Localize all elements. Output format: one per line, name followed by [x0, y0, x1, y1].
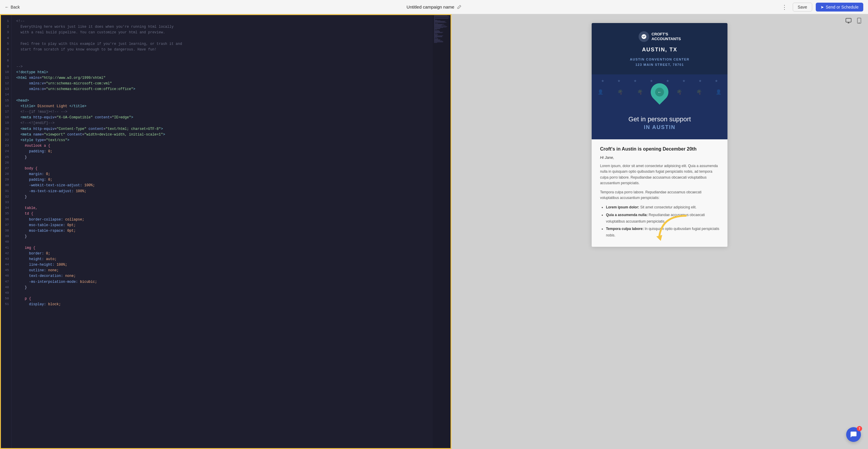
main-layout: 12345 678910 1112131415 1617181920 21222…: [0, 14, 868, 449]
email-city: AUSTIN, TX: [597, 46, 721, 53]
email-header-section: CROFT'SACCOUNTANTS AUSTIN, TX AUSTIN CON…: [592, 23, 727, 74]
chat-badge: 7: [857, 426, 862, 431]
preview-panel: CROFT'SACCOUNTANTS AUSTIN, TX AUSTIN CON…: [452, 14, 868, 449]
code-lines: <!-- Everything here works just like it …: [11, 15, 433, 448]
list-item: Tempora culpa labore: In quisquam optio …: [606, 226, 719, 238]
email-venue-name: AUSTIN CONVENTION CENTER: [597, 57, 721, 62]
opening-headline: Croft's in Austin is opening December 20…: [600, 147, 719, 152]
email-venue-address: 123 MAIN STREET, 78701: [597, 62, 721, 68]
line-numbers: 12345 678910 1112131415 1617181920 21222…: [1, 15, 11, 448]
email-greeting: Hi Jane,: [600, 155, 719, 160]
back-button[interactable]: ← Back: [5, 5, 20, 9]
map-headline-1: Get in person support: [628, 116, 691, 123]
logo-circle-icon: [639, 31, 649, 42]
email-logo: CROFT'SACCOUNTANTS: [597, 31, 721, 42]
logo-text: CROFT'SACCOUNTANTS: [652, 32, 681, 41]
email-map-section: ★ ★ ★ ★ ★ ★ ★ ★ 👤 🌴 🌴 👤 🌴 🌴: [592, 74, 727, 139]
code-editor-panel[interactable]: 12345 678910 1112131415 1617181920 21222…: [0, 14, 452, 449]
list-item: Quia a assumenda nulla: Repudiandae accu…: [606, 212, 719, 225]
header: ← Back Untitled campaign name ⋮ Save ➤ S…: [0, 0, 868, 14]
chat-bubble-button[interactable]: 7: [846, 427, 861, 442]
header-center: Untitled campaign name: [407, 4, 461, 9]
send-icon: ➤: [820, 5, 824, 9]
map-headline-2: IN AUSTIN: [644, 124, 676, 130]
map-pin-icon: ←: [651, 83, 669, 104]
list-item: Lorem ipsum dolor: Sit amet consectetur …: [606, 204, 719, 211]
email-para-1: Lorem ipsum, dolor sit amet consectetur …: [600, 163, 719, 186]
mobile-view-button[interactable]: [855, 17, 863, 25]
back-arrow-icon: ←: [5, 5, 9, 9]
stars-decoration: ★ ★ ★ ★ ★ ★ ★ ★: [592, 79, 727, 83]
header-left: ← Back: [5, 5, 20, 9]
svg-rect-0: [846, 18, 851, 22]
email-body-section: Croft's in Austin is opening December 20…: [592, 139, 727, 247]
campaign-title: Untitled campaign name: [407, 4, 454, 9]
more-options-button[interactable]: ⋮: [780, 2, 789, 12]
send-label: Send or Schedule: [826, 5, 859, 9]
code-minimap: [433, 15, 451, 448]
email-para-2: Tempora culpa porro labore. Repudiandae …: [600, 190, 719, 201]
send-button[interactable]: ➤ Send or Schedule: [816, 3, 863, 11]
desktop-view-button[interactable]: [844, 17, 852, 25]
email-preview-card: CROFT'SACCOUNTANTS AUSTIN, TX AUSTIN CON…: [592, 23, 727, 247]
edit-icon[interactable]: [457, 5, 461, 9]
back-label: Back: [11, 5, 20, 9]
header-right: ⋮ Save ➤ Send or Schedule: [780, 2, 863, 12]
code-content: 12345 678910 1112131415 1617181920 21222…: [1, 15, 451, 448]
device-toggle: [844, 17, 863, 25]
email-list: Lorem ipsum dolor: Sit amet consectetur …: [600, 204, 719, 238]
save-button[interactable]: Save: [793, 3, 812, 11]
